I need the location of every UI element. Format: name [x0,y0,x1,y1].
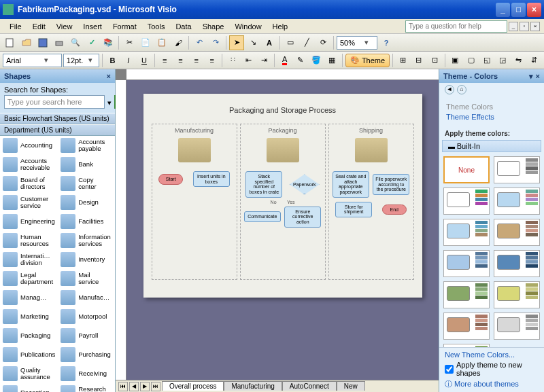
flowchart-box[interactable]: Communicate [244,211,281,222]
theme-home-icon[interactable]: ⌂ [457,85,466,94]
flowchart-decision[interactable]: Paperwork verified? [290,174,320,194]
shape-item[interactable]: Marketing [0,307,58,326]
decrease-indent-icon[interactable]: ⇤ [241,53,256,68]
align-shapes-icon[interactable]: ⊞ [396,53,410,68]
drawing-page-area[interactable]: Packaging and Storage Process Manufactur… [126,80,439,380]
flowchart-box[interactable]: Stack specified number of boxes in crate [245,171,282,198]
bring-front-icon[interactable]: ◱ [479,53,494,68]
text-tool-icon[interactable]: A [262,35,277,50]
theme-dropdown-icon[interactable]: ▾ [529,72,533,81]
shape-item[interactable]: Legal department [0,269,58,288]
flowchart-end[interactable]: End [382,204,407,215]
tab-last-icon[interactable]: ⏭ [151,382,160,391]
page-tab[interactable]: Overall process [162,381,224,391]
bullets-icon[interactable]: ∷ [225,53,239,68]
group-icon[interactable]: ▣ [448,53,462,68]
shape-item[interactable]: Motorpool [58,307,115,326]
drawing-page[interactable]: Packaging and Storage Process Manufactur… [143,94,422,298]
font-size-combo[interactable]: 12pt.▾ [63,54,99,67]
shape-item[interactable]: Accounts receivable [0,155,58,174]
theme-swatch[interactable] [443,188,490,215]
shape-item[interactable]: Payroll [58,326,115,345]
flip-h-icon[interactable]: ⇋ [511,53,526,68]
doc-close-button[interactable]: × [530,22,540,31]
rectangle-icon[interactable]: ▭ [283,35,298,50]
menu-file[interactable]: File [4,21,27,32]
new-icon[interactable] [3,35,18,50]
stencil-department[interactable]: Department (US units) [0,124,115,136]
paste-icon[interactable]: 📋 [154,35,169,50]
menu-shape[interactable]: Shape [197,21,230,32]
ungroup-icon[interactable]: ▢ [464,53,478,68]
shape-item[interactable]: Internati… division [0,250,58,269]
shape-item[interactable]: Inventory [58,250,115,269]
shape-item[interactable]: Board of directors [0,174,58,193]
theme-swatch[interactable] [443,219,490,246]
flip-v-icon[interactable]: ⇵ [527,53,541,68]
shapes-close-icon[interactable]: × [107,72,111,80]
theme-button[interactable]: 🎨Theme [345,54,390,67]
theme-back-icon[interactable]: ◄ [445,85,454,94]
tab-prev-icon[interactable]: ◀ [129,382,139,391]
print-icon[interactable] [52,35,67,50]
flowchart-box[interactable]: File paperwork according to the procedur… [373,174,409,195]
shape-item[interactable]: Manufac… [58,288,115,307]
font-color-icon[interactable]: A [277,53,292,68]
builtin-header[interactable]: ▬ Built-In [442,140,541,152]
shape-item[interactable]: Quality assurance [0,364,58,383]
page-tab[interactable]: AutoConnect [282,381,337,391]
pointer-tool-icon[interactable]: ➤ [229,35,244,50]
connector-tool-icon[interactable]: ↘ [245,35,260,50]
menu-tools[interactable]: Tools [142,21,171,32]
search-dropdown-icon[interactable]: ▾ [107,95,112,110]
menu-insert[interactable]: Insert [78,21,107,32]
flowchart-box[interactable]: Ensure corrective action [284,207,321,228]
theme-swatch[interactable] [443,313,490,340]
menu-data[interactable]: Data [170,21,197,32]
theme-swatch[interactable] [494,281,540,308]
shape-item[interactable]: Research and dev… [58,383,115,392]
menu-help[interactable]: Help [267,21,294,32]
line-icon[interactable]: ╱ [299,35,314,50]
new-theme-colors-link[interactable]: New Theme Colors... [445,351,539,359]
italic-icon[interactable]: I [121,53,135,68]
format-painter-icon[interactable]: 🖌 [171,35,186,50]
fill-color-icon[interactable]: 🪣 [309,53,323,68]
theme-swatch[interactable] [494,313,540,340]
flowchart-box[interactable]: Seal crate and attach appropriate paperw… [333,171,369,198]
shape-item[interactable]: Facilities [58,212,115,231]
close-button[interactable]: × [527,3,541,17]
swimlane[interactable]: ShippingSeal crate and attach appropriat… [328,124,414,280]
menu-view[interactable]: View [51,21,78,32]
shape-item[interactable]: Copy center [58,174,115,193]
shape-item[interactable]: Mail service [58,269,115,288]
theme-swatch[interactable] [494,219,540,246]
shape-item[interactable]: Design [58,193,115,212]
send-back-icon[interactable]: ◲ [495,53,509,68]
rotate-icon[interactable]: ⟳ [316,35,330,50]
menu-edit[interactable]: Edit [27,21,51,32]
menu-format[interactable]: Format [107,21,142,32]
doc-minimize-button[interactable]: _ [509,22,518,31]
flowchart-box[interactable]: Insert units in boxes [193,171,230,187]
theme-swatch-none[interactable]: None [443,156,490,183]
connect-shapes-icon[interactable]: ⊡ [428,53,442,68]
print-preview-icon[interactable]: 🔍 [68,35,83,50]
save-icon[interactable] [35,35,50,50]
more-themes-link[interactable]: ⓘ More about themes [445,379,539,389]
increase-indent-icon[interactable]: ⇥ [257,53,271,68]
apply-to-new-checkbox[interactable]: Apply theme to new shapes [445,361,539,377]
swimlane[interactable]: PackagingStack specified number of boxes… [240,124,326,280]
research-icon[interactable]: 📚 [101,35,116,50]
distribute-icon[interactable]: ⊟ [411,53,426,68]
bold-icon[interactable]: B [105,53,120,68]
shape-item[interactable]: Customer service [0,193,58,212]
shape-item[interactable]: Purchasing [58,345,115,364]
shape-item[interactable]: Engineering [0,212,58,231]
theme-colors-link[interactable]: Theme Colors [446,103,537,111]
zoom-combo[interactable]: 50%▾ [337,36,377,50]
theme-swatch[interactable] [494,250,540,277]
shape-search-input[interactable] [4,95,105,109]
theme-effects-link[interactable]: Theme Effects [446,113,537,121]
spelling-icon[interactable]: ✓ [84,35,99,50]
